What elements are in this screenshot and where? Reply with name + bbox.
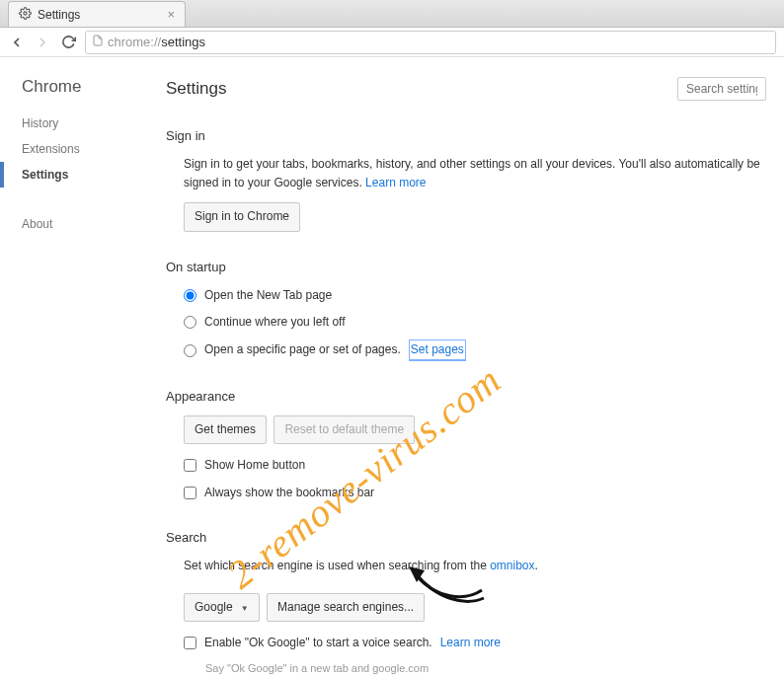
ok-google-option[interactable]: Enable "Ok Google" to start a voice sear… [184, 634, 766, 652]
gear-icon [19, 7, 32, 23]
startup-option-continue[interactable]: Continue where you left off [184, 313, 766, 332]
svg-point-0 [24, 11, 27, 14]
signin-learn-more-link[interactable]: Learn more [365, 176, 426, 189]
page-title: Settings [166, 79, 226, 99]
main-header: Settings [166, 77, 766, 101]
radio-continue[interactable] [184, 316, 196, 329]
tab-title: Settings [38, 8, 80, 22]
section-search: Search Set which search engine is used w… [166, 530, 766, 677]
ok-google-learn-more-link[interactable]: Learn more [440, 634, 501, 652]
back-button[interactable] [8, 34, 26, 51]
startup-label-specific: Open a specific page or set of pages. [204, 340, 401, 359]
section-startup: On startup Open the New Tab page Continu… [166, 260, 766, 362]
startup-heading: On startup [166, 260, 766, 274]
manage-search-engines-button[interactable]: Manage search engines... [267, 593, 425, 622]
section-appearance: Appearance Get themes Reset to default t… [166, 389, 766, 502]
signin-heading: Sign in [166, 128, 766, 143]
search-description: Set which search engine is used when sea… [184, 559, 490, 572]
radio-specific[interactable] [184, 344, 196, 357]
sidebar-item-history[interactable]: History [0, 111, 148, 136]
sidebar-title: Chrome [0, 77, 148, 111]
content-area: Chrome History Extensions Settings About… [0, 57, 784, 677]
show-home-label: Show Home button [204, 456, 305, 475]
sidebar-item-about[interactable]: About [0, 211, 148, 237]
ok-google-subtext: Say "Ok Google" in a new tab and google.… [205, 660, 766, 677]
get-themes-button[interactable]: Get themes [184, 415, 267, 444]
omnibox-link[interactable]: omnibox [490, 559, 534, 572]
main-panel: Settings Sign in Sign in to get your tab… [148, 57, 784, 677]
show-bookmarks-option[interactable]: Always show the bookmarks bar [184, 484, 766, 502]
reset-theme-button[interactable]: Reset to default theme [274, 415, 415, 444]
nav-bar: chrome://settings [0, 28, 784, 57]
checkbox-show-home[interactable] [184, 459, 196, 472]
show-home-option[interactable]: Show Home button [184, 456, 766, 475]
appearance-heading: Appearance [166, 389, 766, 404]
close-icon[interactable]: × [167, 7, 175, 22]
search-input[interactable] [677, 77, 766, 101]
radio-newtab[interactable] [184, 289, 196, 302]
forward-button[interactable] [34, 34, 51, 51]
search-engine-dropdown[interactable]: Google [184, 593, 260, 622]
url-scheme: chrome:// [108, 35, 161, 49]
sidebar: Chrome History Extensions Settings About [0, 57, 148, 677]
startup-option-newtab[interactable]: Open the New Tab page [184, 286, 766, 305]
sidebar-item-extensions[interactable]: Extensions [0, 136, 148, 162]
startup-label-newtab: Open the New Tab page [204, 286, 332, 305]
ok-google-label: Enable "Ok Google" to start a voice sear… [204, 634, 432, 652]
sidebar-item-settings[interactable]: Settings [0, 162, 148, 188]
reload-button[interactable] [59, 34, 77, 51]
startup-label-continue: Continue where you left off [204, 313, 346, 332]
search-heading: Search [166, 530, 766, 545]
section-signin: Sign in Sign in to get your tabs, bookma… [166, 128, 766, 232]
signin-description: Sign in to get your tabs, bookmarks, his… [184, 157, 760, 189]
settings-search [677, 77, 766, 101]
url-path: settings [161, 35, 205, 49]
tab-bar: Settings × [0, 0, 784, 28]
checkbox-show-bookmarks[interactable] [184, 487, 196, 499]
page-icon [92, 34, 104, 50]
set-pages-link[interactable]: Set pages [409, 339, 466, 361]
checkbox-ok-google[interactable] [184, 637, 196, 649]
show-bookmarks-label: Always show the bookmarks bar [204, 484, 374, 502]
browser-tab-settings[interactable]: Settings × [8, 1, 186, 27]
omnibox[interactable]: chrome://settings [85, 31, 776, 54]
signin-button[interactable]: Sign in to Chrome [184, 202, 300, 231]
startup-option-specific[interactable]: Open a specific page or set of pages. Se… [184, 339, 766, 361]
